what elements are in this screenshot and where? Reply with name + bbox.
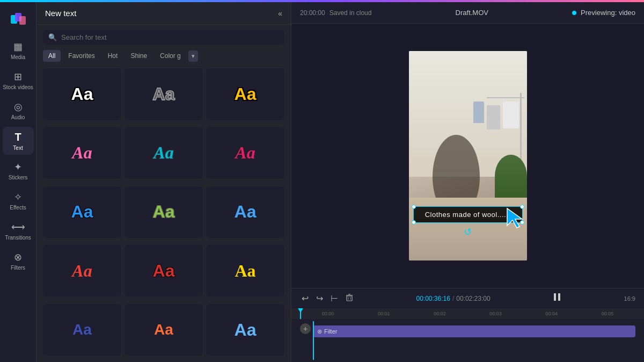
filter-track-icon: ⊗: [317, 328, 322, 335]
cursor-arrow: [505, 206, 524, 231]
sidebar-item-audio-label: Audio: [11, 114, 25, 120]
svg-marker-3: [507, 208, 522, 228]
sidebar-item-media-label: Media: [11, 54, 25, 60]
rotate-handle[interactable]: ↺: [464, 226, 472, 238]
audio-icon: ◎: [14, 101, 23, 113]
timeline-controls: ↩ ↪ ⊢ 00:00:36:16 /: [291, 288, 644, 308]
time-separator: /: [452, 295, 454, 302]
text-style-card-4[interactable]: Aa: [43, 127, 121, 179]
text-style-card-13[interactable]: Aa: [43, 304, 121, 356]
text-panel: New text « 🔍 All Favorites Hot Shine Col…: [36, 2, 291, 362]
svg-rect-4: [347, 296, 352, 301]
filter-tab-color[interactable]: Color g: [155, 50, 186, 62]
text-style-card-6[interactable]: Aa: [206, 127, 284, 179]
sidebar-item-effects-label: Effects: [10, 205, 26, 211]
text-style-card-2[interactable]: Aa: [125, 68, 203, 120]
text-style-card-15[interactable]: Aa: [206, 304, 284, 356]
text-style-card-1[interactable]: Aa: [43, 68, 121, 120]
sidebar-item-stickers[interactable]: ✦ Stickers: [3, 157, 34, 185]
text-icon: T: [14, 131, 21, 143]
search-input[interactable]: [61, 33, 279, 41]
logo-area: [0, 6, 36, 32]
text-overlay-content: Clothes made of wool......: [425, 211, 511, 219]
sidebar-item-effects[interactable]: ✧ Effects: [3, 187, 34, 215]
ruler-mark-1: 00:01: [356, 311, 412, 316]
preview-status-dot: [572, 11, 576, 15]
ruler-mark-0: 00:00: [300, 311, 356, 316]
play-pause-button[interactable]: [552, 292, 562, 305]
text-style-card-5[interactable]: Aa: [125, 127, 203, 179]
text-style-card-7[interactable]: Aa: [43, 186, 121, 238]
text-style-card-14[interactable]: Aa: [125, 304, 203, 356]
text-style-card-10[interactable]: Aa: [43, 245, 121, 296]
sidebar-item-filters-label: Filters: [11, 265, 25, 271]
redo-button[interactable]: ↪: [314, 292, 325, 305]
total-time: 00:02:23:00: [456, 295, 490, 302]
filter-track[interactable]: ⊗ Filter: [313, 325, 635, 337]
search-icon: 🔍: [48, 33, 57, 41]
filter-tab-favorites[interactable]: Favorites: [63, 50, 100, 62]
text-style-grid: Aa Aa Aa Aa Aa Aa Aa Aa: [36, 66, 291, 362]
cursor-icon: [505, 206, 524, 229]
text-style-label-4: Aa: [72, 143, 92, 163]
handle-tl: [412, 205, 416, 209]
sidebar-item-media[interactable]: ▦ Media: [3, 37, 34, 64]
sidebar-item-stock-label: Stock videos: [3, 84, 33, 90]
sidebar-item-stock-videos[interactable]: ⊞ Stock videos: [3, 67, 34, 95]
ruler-mark-3: 00:03: [468, 311, 524, 316]
svg-rect-10: [558, 293, 560, 301]
effects-icon: ✧: [14, 191, 22, 203]
sidebar-item-audio[interactable]: ◎ Audio: [3, 97, 34, 125]
text-style-label-13: Aa: [72, 321, 92, 338]
status-time: 20:00:00: [300, 9, 325, 17]
preview-status-text: Previewing: video: [581, 9, 635, 17]
shirt-2: [487, 105, 500, 129]
playhead-track-line: [313, 321, 314, 360]
track-area: + ⊗ Filter: [300, 321, 635, 360]
text-style-card-8[interactable]: Aa: [125, 186, 203, 238]
text-style-card-3[interactable]: Aa: [206, 68, 284, 120]
collapse-button[interactable]: «: [278, 9, 282, 18]
status-saved: Saved in cloud: [330, 9, 372, 17]
time-display: 00:00:36:16 / 00:02:23:00: [416, 295, 490, 302]
filter-dropdown-button[interactable]: ▾: [188, 50, 198, 62]
panel-header: New text «: [36, 2, 291, 25]
rack-top: [487, 97, 524, 98]
ruler-mark-2: 00:02: [412, 311, 467, 316]
playhead-head: [298, 308, 303, 313]
ruler-marks: 00:00 00:01 00:02 00:03 00:04 00:05: [300, 311, 635, 316]
sidebar-item-text[interactable]: T Text: [3, 127, 34, 155]
text-style-card-9[interactable]: Aa: [206, 186, 284, 238]
svg-rect-2: [19, 16, 26, 25]
text-style-label-3: Aa: [235, 84, 257, 104]
text-style-card-12[interactable]: Aa: [206, 245, 284, 296]
timeline-ruler: 00:00 00:01 00:02 00:03 00:04 00:05: [291, 308, 644, 319]
sidebar-item-transitions-label: Transitions: [5, 235, 31, 241]
filter-tab-all[interactable]: All: [43, 50, 61, 62]
resolution-badge: 16:9: [624, 295, 635, 302]
split-button[interactable]: ⊢: [329, 292, 340, 305]
text-style-label-1: Aa: [71, 84, 93, 104]
transitions-icon: ⟷: [11, 221, 25, 233]
sidebar-item-transitions[interactable]: ⟷ Transitions: [3, 217, 34, 245]
video-frame: Clothes made of wool...... ↺: [409, 51, 527, 260]
timeline-area: ↩ ↪ ⊢ 00:00:36:16 /: [291, 288, 644, 362]
filter-tab-shine[interactable]: Shine: [125, 50, 152, 62]
undo-button[interactable]: ↩: [300, 292, 310, 305]
pause-icon: [552, 292, 562, 302]
sidebar-item-filters[interactable]: ⊗ Filters: [3, 247, 34, 275]
text-style-label-2: Aa: [153, 84, 175, 104]
handle-bl: [412, 220, 416, 225]
text-style-label-14: Aa: [154, 321, 173, 338]
preview-area: Clothes made of wool...... ↺: [291, 24, 644, 288]
delete-button[interactable]: [344, 292, 355, 305]
text-style-label-12: Aa: [235, 261, 255, 281]
ruler-mark-5: 00:05: [580, 311, 635, 316]
text-style-label-15: Aa: [235, 320, 257, 340]
filter-tab-hot[interactable]: Hot: [103, 50, 123, 62]
sidebar: ▦ Media ⊞ Stock videos ◎ Audio T Text ✦ …: [0, 2, 36, 362]
add-track-button[interactable]: +: [300, 323, 311, 334]
sidebar-item-text-label: Text: [13, 145, 23, 151]
app-logo: [10, 11, 27, 28]
text-style-card-11[interactable]: Aa: [125, 245, 203, 296]
